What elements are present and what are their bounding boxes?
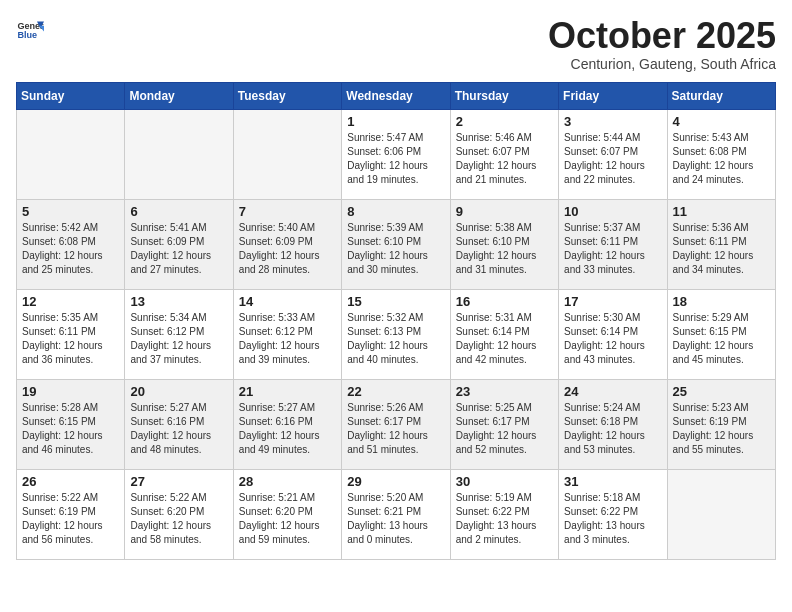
calendar-week-row: 26Sunrise: 5:22 AMSunset: 6:19 PMDayligh… — [17, 469, 776, 559]
page-header: General Blue October 2025 Centurion, Gau… — [16, 16, 776, 72]
calendar-day-5: 5Sunrise: 5:42 AMSunset: 6:08 PMDaylight… — [17, 199, 125, 289]
calendar-header-row: SundayMondayTuesdayWednesdayThursdayFrid… — [17, 82, 776, 109]
calendar-day-20: 20Sunrise: 5:27 AMSunset: 6:16 PMDayligh… — [125, 379, 233, 469]
calendar-day-empty — [125, 109, 233, 199]
calendar-week-row: 1Sunrise: 5:47 AMSunset: 6:06 PMDaylight… — [17, 109, 776, 199]
calendar-day-30: 30Sunrise: 5:19 AMSunset: 6:22 PMDayligh… — [450, 469, 558, 559]
column-header-monday: Monday — [125, 82, 233, 109]
day-info: Sunrise: 5:39 AMSunset: 6:10 PMDaylight:… — [347, 221, 444, 277]
day-info: Sunrise: 5:32 AMSunset: 6:13 PMDaylight:… — [347, 311, 444, 367]
calendar-day-10: 10Sunrise: 5:37 AMSunset: 6:11 PMDayligh… — [559, 199, 667, 289]
day-info: Sunrise: 5:22 AMSunset: 6:19 PMDaylight:… — [22, 491, 119, 547]
calendar-day-21: 21Sunrise: 5:27 AMSunset: 6:16 PMDayligh… — [233, 379, 341, 469]
day-info: Sunrise: 5:34 AMSunset: 6:12 PMDaylight:… — [130, 311, 227, 367]
calendar-day-24: 24Sunrise: 5:24 AMSunset: 6:18 PMDayligh… — [559, 379, 667, 469]
day-number: 8 — [347, 204, 444, 219]
day-info: Sunrise: 5:21 AMSunset: 6:20 PMDaylight:… — [239, 491, 336, 547]
calendar-day-28: 28Sunrise: 5:21 AMSunset: 6:20 PMDayligh… — [233, 469, 341, 559]
day-number: 27 — [130, 474, 227, 489]
day-info: Sunrise: 5:38 AMSunset: 6:10 PMDaylight:… — [456, 221, 553, 277]
calendar-day-2: 2Sunrise: 5:46 AMSunset: 6:07 PMDaylight… — [450, 109, 558, 199]
calendar-day-7: 7Sunrise: 5:40 AMSunset: 6:09 PMDaylight… — [233, 199, 341, 289]
day-info: Sunrise: 5:44 AMSunset: 6:07 PMDaylight:… — [564, 131, 661, 187]
day-number: 14 — [239, 294, 336, 309]
day-number: 2 — [456, 114, 553, 129]
calendar-day-8: 8Sunrise: 5:39 AMSunset: 6:10 PMDaylight… — [342, 199, 450, 289]
column-header-tuesday: Tuesday — [233, 82, 341, 109]
calendar-day-16: 16Sunrise: 5:31 AMSunset: 6:14 PMDayligh… — [450, 289, 558, 379]
day-number: 6 — [130, 204, 227, 219]
column-header-saturday: Saturday — [667, 82, 775, 109]
day-number: 30 — [456, 474, 553, 489]
column-header-thursday: Thursday — [450, 82, 558, 109]
day-number: 25 — [673, 384, 770, 399]
calendar-day-25: 25Sunrise: 5:23 AMSunset: 6:19 PMDayligh… — [667, 379, 775, 469]
day-info: Sunrise: 5:46 AMSunset: 6:07 PMDaylight:… — [456, 131, 553, 187]
day-number: 20 — [130, 384, 227, 399]
calendar-day-29: 29Sunrise: 5:20 AMSunset: 6:21 PMDayligh… — [342, 469, 450, 559]
day-info: Sunrise: 5:27 AMSunset: 6:16 PMDaylight:… — [130, 401, 227, 457]
day-number: 1 — [347, 114, 444, 129]
calendar-day-14: 14Sunrise: 5:33 AMSunset: 6:12 PMDayligh… — [233, 289, 341, 379]
day-number: 24 — [564, 384, 661, 399]
calendar-day-23: 23Sunrise: 5:25 AMSunset: 6:17 PMDayligh… — [450, 379, 558, 469]
calendar-week-row: 19Sunrise: 5:28 AMSunset: 6:15 PMDayligh… — [17, 379, 776, 469]
day-number: 29 — [347, 474, 444, 489]
day-number: 23 — [456, 384, 553, 399]
day-info: Sunrise: 5:26 AMSunset: 6:17 PMDaylight:… — [347, 401, 444, 457]
calendar-day-3: 3Sunrise: 5:44 AMSunset: 6:07 PMDaylight… — [559, 109, 667, 199]
day-number: 19 — [22, 384, 119, 399]
day-number: 10 — [564, 204, 661, 219]
day-number: 3 — [564, 114, 661, 129]
day-number: 16 — [456, 294, 553, 309]
day-info: Sunrise: 5:20 AMSunset: 6:21 PMDaylight:… — [347, 491, 444, 547]
calendar-table: SundayMondayTuesdayWednesdayThursdayFrid… — [16, 82, 776, 560]
day-info: Sunrise: 5:37 AMSunset: 6:11 PMDaylight:… — [564, 221, 661, 277]
location-title: Centurion, Gauteng, South Africa — [548, 56, 776, 72]
day-number: 26 — [22, 474, 119, 489]
column-header-wednesday: Wednesday — [342, 82, 450, 109]
day-number: 28 — [239, 474, 336, 489]
calendar-day-27: 27Sunrise: 5:22 AMSunset: 6:20 PMDayligh… — [125, 469, 233, 559]
day-info: Sunrise: 5:35 AMSunset: 6:11 PMDaylight:… — [22, 311, 119, 367]
day-info: Sunrise: 5:23 AMSunset: 6:19 PMDaylight:… — [673, 401, 770, 457]
calendar-day-11: 11Sunrise: 5:36 AMSunset: 6:11 PMDayligh… — [667, 199, 775, 289]
day-number: 13 — [130, 294, 227, 309]
day-info: Sunrise: 5:29 AMSunset: 6:15 PMDaylight:… — [673, 311, 770, 367]
calendar-day-26: 26Sunrise: 5:22 AMSunset: 6:19 PMDayligh… — [17, 469, 125, 559]
svg-text:Blue: Blue — [17, 30, 37, 40]
day-info: Sunrise: 5:42 AMSunset: 6:08 PMDaylight:… — [22, 221, 119, 277]
day-number: 15 — [347, 294, 444, 309]
day-info: Sunrise: 5:40 AMSunset: 6:09 PMDaylight:… — [239, 221, 336, 277]
day-info: Sunrise: 5:30 AMSunset: 6:14 PMDaylight:… — [564, 311, 661, 367]
day-info: Sunrise: 5:19 AMSunset: 6:22 PMDaylight:… — [456, 491, 553, 547]
calendar-day-empty — [17, 109, 125, 199]
day-info: Sunrise: 5:41 AMSunset: 6:09 PMDaylight:… — [130, 221, 227, 277]
calendar-day-12: 12Sunrise: 5:35 AMSunset: 6:11 PMDayligh… — [17, 289, 125, 379]
day-number: 22 — [347, 384, 444, 399]
calendar-day-empty — [233, 109, 341, 199]
calendar-day-18: 18Sunrise: 5:29 AMSunset: 6:15 PMDayligh… — [667, 289, 775, 379]
logo-icon: General Blue — [16, 16, 44, 44]
day-number: 18 — [673, 294, 770, 309]
month-title: October 2025 — [548, 16, 776, 56]
day-number: 4 — [673, 114, 770, 129]
day-info: Sunrise: 5:24 AMSunset: 6:18 PMDaylight:… — [564, 401, 661, 457]
logo: General Blue — [16, 16, 44, 44]
day-info: Sunrise: 5:31 AMSunset: 6:14 PMDaylight:… — [456, 311, 553, 367]
title-block: October 2025 Centurion, Gauteng, South A… — [548, 16, 776, 72]
day-info: Sunrise: 5:27 AMSunset: 6:16 PMDaylight:… — [239, 401, 336, 457]
day-info: Sunrise: 5:22 AMSunset: 6:20 PMDaylight:… — [130, 491, 227, 547]
day-info: Sunrise: 5:47 AMSunset: 6:06 PMDaylight:… — [347, 131, 444, 187]
day-info: Sunrise: 5:25 AMSunset: 6:17 PMDaylight:… — [456, 401, 553, 457]
calendar-day-4: 4Sunrise: 5:43 AMSunset: 6:08 PMDaylight… — [667, 109, 775, 199]
day-info: Sunrise: 5:28 AMSunset: 6:15 PMDaylight:… — [22, 401, 119, 457]
calendar-day-1: 1Sunrise: 5:47 AMSunset: 6:06 PMDaylight… — [342, 109, 450, 199]
column-header-friday: Friday — [559, 82, 667, 109]
day-number: 21 — [239, 384, 336, 399]
calendar-week-row: 5Sunrise: 5:42 AMSunset: 6:08 PMDaylight… — [17, 199, 776, 289]
day-info: Sunrise: 5:36 AMSunset: 6:11 PMDaylight:… — [673, 221, 770, 277]
day-number: 7 — [239, 204, 336, 219]
day-number: 31 — [564, 474, 661, 489]
calendar-day-15: 15Sunrise: 5:32 AMSunset: 6:13 PMDayligh… — [342, 289, 450, 379]
